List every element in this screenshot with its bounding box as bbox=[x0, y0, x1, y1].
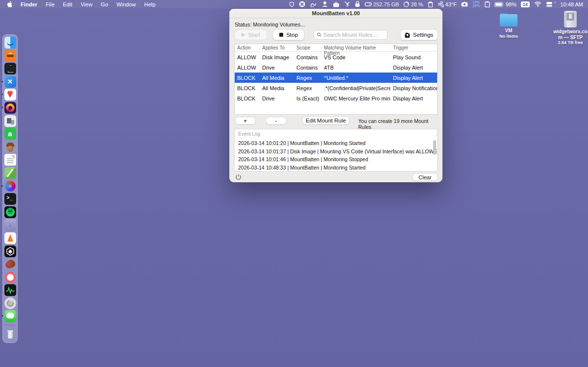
calendar-day-badge[interactable]: 14 bbox=[521, 1, 530, 7]
cell-pattern: VS Code bbox=[321, 54, 391, 60]
search-field[interactable] bbox=[314, 30, 388, 40]
play-icon bbox=[242, 33, 245, 37]
dock-trash-icon[interactable] bbox=[4, 328, 16, 340]
power-button[interactable] bbox=[235, 173, 242, 181]
window-footer: Clear bbox=[235, 173, 438, 181]
table-row-selected[interactable]: BLOCK All Media Regex ^Untitled.* Displa… bbox=[235, 73, 437, 83]
status-text: Status: Monitoring Volumes... bbox=[235, 22, 305, 27]
table-row[interactable]: BLOCK Drive Is (Exact) OWC Mercury Elite… bbox=[235, 93, 437, 103]
column-header-action[interactable]: Action bbox=[235, 45, 260, 50]
clipboard-icon[interactable] bbox=[485, 1, 490, 7]
toolbar: Start Stop Settings bbox=[235, 29, 438, 40]
camera-icon[interactable] bbox=[461, 1, 468, 7]
cell-action: BLOCK bbox=[235, 75, 260, 81]
dock-spotify-icon[interactable] bbox=[4, 206, 16, 218]
dock-download-app-icon[interactable] bbox=[4, 219, 16, 231]
table-row[interactable]: ALLOW Drive Contains 4TB Display Alert bbox=[235, 62, 437, 73]
dock-divider bbox=[4, 325, 17, 325]
cell-action: ALLOW bbox=[235, 54, 260, 60]
shield-icon[interactable] bbox=[289, 1, 294, 7]
menu-item-help[interactable]: Help bbox=[144, 1, 155, 7]
usage-percent-status[interactable]: 28 % bbox=[403, 1, 423, 7]
person-bust-icon[interactable] bbox=[321, 1, 328, 7]
dock-red-ring-app-icon[interactable] bbox=[4, 271, 16, 283]
event-log-scrollbar[interactable] bbox=[433, 140, 436, 155]
window-title: MountBatten v1.00 bbox=[312, 10, 360, 16]
search-icon bbox=[317, 32, 321, 37]
weather-status[interactable]: 43°F bbox=[438, 1, 457, 7]
stop-button-label: Stop bbox=[286, 32, 298, 38]
dock-green-field-app-icon[interactable] bbox=[4, 167, 16, 179]
menu-bar: Finder File Edit View Go Window Help 252… bbox=[0, 0, 588, 8]
menu-clock[interactable]: 10:48 AM bbox=[561, 1, 583, 7]
bag-icon[interactable] bbox=[333, 1, 340, 7]
cell-scope: Contains bbox=[294, 54, 321, 60]
log-entry: 2026-03-14 10:01:20 | MountBatten | Moni… bbox=[238, 139, 431, 147]
desktop-icon-label: VM bbox=[505, 28, 513, 34]
dock-brave-browser-icon[interactable] bbox=[4, 89, 16, 100]
menu-item-finder[interactable]: Finder bbox=[21, 1, 37, 7]
start-button[interactable]: Start bbox=[235, 29, 267, 40]
stop-button[interactable]: Stop bbox=[273, 29, 304, 40]
cell-pattern: OWC Mercury Elite Pro mini bbox=[321, 96, 391, 101]
dock-dark-flask-app-icon[interactable] bbox=[4, 63, 16, 74]
dock-finder-icon[interactable] bbox=[4, 37, 16, 49]
lock-figure-icon[interactable] bbox=[355, 1, 360, 7]
cell-pattern: .*(Confidential|Private|Secret|I... bbox=[321, 85, 391, 91]
dock-terminal-icon[interactable] bbox=[4, 193, 16, 205]
window-titlebar[interactable]: MountBatten v1.00 bbox=[229, 9, 442, 18]
wifi-icon[interactable] bbox=[534, 1, 541, 7]
clear-log-button[interactable]: Clear bbox=[413, 173, 438, 181]
dock-color-swirl-browser-icon[interactable] bbox=[4, 180, 16, 192]
dock-blue-tools-app-icon[interactable] bbox=[4, 76, 16, 88]
menu-item-edit[interactable]: Edit bbox=[63, 1, 72, 7]
menu-item-go[interactable]: Go bbox=[101, 1, 108, 7]
desktop-folder-vm[interactable]: VM No items bbox=[490, 13, 527, 39]
dock-preview-photos-icon[interactable] bbox=[4, 115, 16, 127]
column-header-applies-to[interactable]: Applies To bbox=[260, 45, 294, 50]
menu-item-view[interactable]: View bbox=[81, 1, 93, 7]
search-input[interactable] bbox=[323, 32, 384, 38]
trash-status-icon[interactable] bbox=[428, 1, 433, 7]
disk-space-status[interactable]: 252.75 GB bbox=[365, 1, 399, 7]
cell-trigger: Display Alert bbox=[391, 65, 437, 71]
cell-applies-to: All Media bbox=[260, 75, 294, 81]
dock-green-a-app-icon[interactable]: a bbox=[4, 128, 16, 140]
crane-menu-icon[interactable] bbox=[310, 1, 317, 7]
dock-acorn-icon[interactable] bbox=[4, 141, 16, 153]
settings-button[interactable]: Settings bbox=[400, 29, 438, 40]
network-drive-icon bbox=[564, 11, 577, 27]
edit-mount-rule-button[interactable]: Edit Mount Rule bbox=[302, 117, 349, 124]
column-header-scope[interactable]: Scope bbox=[294, 45, 321, 50]
column-header-trigger[interactable]: Trigger bbox=[391, 45, 437, 50]
cell-pattern: ^Untitled.* bbox=[321, 75, 391, 81]
fan-circle-icon[interactable] bbox=[299, 1, 305, 7]
remove-rule-button[interactable]: - bbox=[266, 117, 286, 124]
settings-button-label: Settings bbox=[413, 32, 434, 38]
battery-status[interactable]: 98% bbox=[494, 1, 516, 7]
rules-remaining-hint: You can create 19 more Mount Rules bbox=[358, 118, 438, 130]
cell-trigger: Display Alert bbox=[391, 96, 437, 101]
cpu-status[interactable]: CPU 19% bbox=[472, 1, 480, 7]
dock-document-app-icon[interactable] bbox=[4, 154, 16, 166]
desktop-drive-widgetworx[interactable]: widgetworx.com — SFTP 2.64 TB free bbox=[552, 11, 588, 46]
menu-item-file[interactable]: File bbox=[46, 1, 54, 7]
dock-gray-dial-app-icon[interactable] bbox=[4, 297, 16, 309]
column-header-pattern[interactable]: Matching Volume Name Pattern bbox=[321, 45, 391, 50]
dock-ginger-app-icon[interactable] bbox=[4, 258, 16, 270]
dock-firefox-icon[interactable] bbox=[4, 102, 16, 114]
cell-scope: Regex bbox=[294, 85, 321, 91]
cell-applies-to: All Media bbox=[260, 85, 294, 91]
dock-hexagon-app-icon[interactable] bbox=[4, 245, 16, 257]
display-switch-icon[interactable] bbox=[546, 1, 553, 7]
menu-item-window[interactable]: Window bbox=[117, 1, 136, 7]
add-rule-button[interactable]: + bbox=[235, 117, 255, 124]
apple-menu-icon[interactable] bbox=[7, 1, 12, 7]
antenna-icon[interactable] bbox=[344, 1, 350, 7]
table-row[interactable]: BLOCK All Media Regex .*(Confidential|Pr… bbox=[235, 83, 437, 93]
dock-messages-icon[interactable] bbox=[4, 310, 16, 322]
dock-stats-app-icon[interactable] bbox=[4, 284, 16, 296]
dock-hand-mirror-icon[interactable] bbox=[4, 50, 16, 62]
event-log-label: Event Log bbox=[238, 131, 260, 137]
dock-vlc-icon[interactable] bbox=[4, 232, 16, 244]
